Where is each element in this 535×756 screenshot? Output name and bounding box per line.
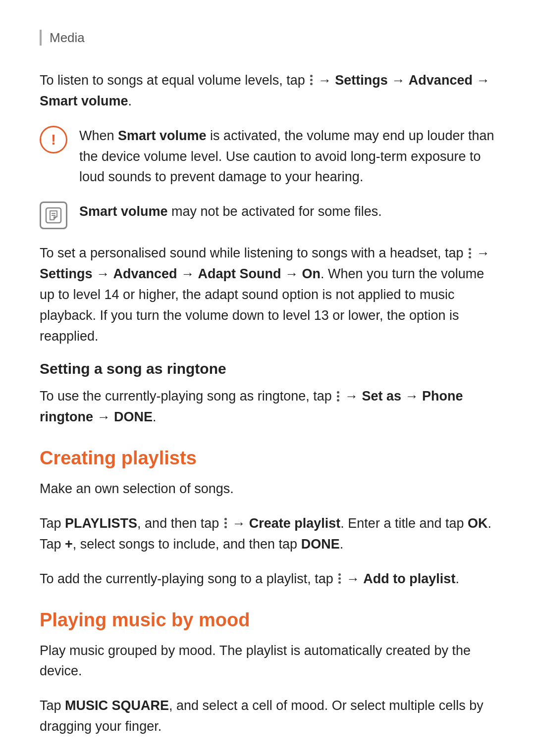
menu-dots-icon-4 [224,518,227,528]
warning-icon: ! [40,126,67,153]
menu-dots-icon-3 [337,391,339,402]
settings-label-1: Settings [335,73,388,88]
mood-section: Playing music by mood Play music grouped… [40,609,495,737]
ringtone-section: Setting a song as ringtone To use the cu… [40,360,495,428]
mood-para1: Play music grouped by mood. The playlist… [40,641,495,682]
warning-note-box: ! When Smart volume is activated, the vo… [40,126,495,188]
menu-dots-icon-2 [469,248,471,258]
mood-para2: Tap MUSIC SQUARE, and select a cell of m… [40,696,495,737]
page-container: Media To listen to songs at equal volume… [0,0,535,756]
playlists-section: Creating playlists Make an own selection… [40,448,495,589]
smart-volume-label: Smart volume [40,94,128,108]
playlists-para2: Tap PLAYLISTS, and then tap → Create pla… [40,513,495,555]
info-icon [40,202,67,229]
header-label: Media [50,30,85,45]
para1: To listen to songs at equal volume level… [40,70,495,112]
info-note-box: Smart volume may not be activated for so… [40,202,495,229]
menu-dots-icon-5 [338,573,341,584]
ringtone-heading: Setting a song as ringtone [40,360,495,377]
ringtone-para: To use the currently-playing song as rin… [40,386,495,428]
advanced-label-1: Advanced [409,73,473,88]
info-note-text: Smart volume may not be activated for so… [79,202,495,222]
page-header: Media [40,30,495,46]
playlists-para1: Make an own selection of songs. [40,479,495,500]
menu-dots-icon-1 [310,75,313,85]
playlists-heading: Creating playlists [40,448,495,469]
para2: To set a personalised sound while listen… [40,243,495,347]
warning-note-text: When Smart volume is activated, the volu… [79,126,495,188]
playlists-para3: To add the currently-playing song to a p… [40,569,495,590]
mood-heading: Playing music by mood [40,609,495,631]
